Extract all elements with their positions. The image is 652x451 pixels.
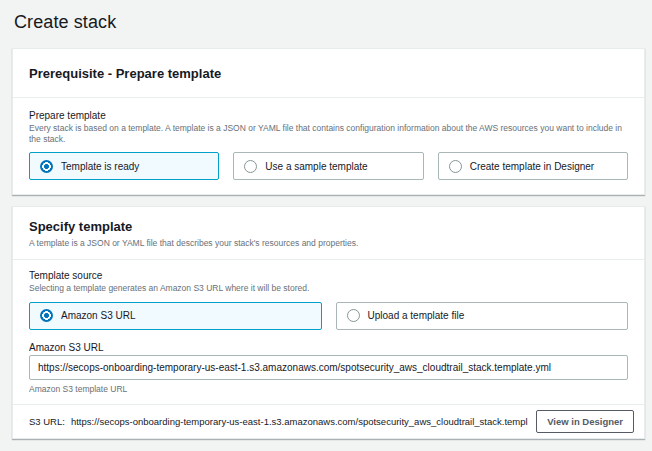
view-in-designer-button[interactable]: View in Designer — [536, 410, 634, 433]
s3-url-input-label: Amazon S3 URL — [29, 342, 628, 353]
radio-selected-icon[interactable] — [40, 160, 53, 173]
prerequisite-card-body: Prepare template Every stack is based on… — [13, 98, 644, 194]
radio-unselected-icon[interactable] — [347, 309, 360, 322]
prerequisite-card-header: Prerequisite - Prepare template — [13, 49, 644, 98]
prepare-template-description: Every stack is based on a template. A te… — [29, 123, 628, 144]
option-amazon-s3-url[interactable]: Amazon S3 URL — [29, 302, 322, 330]
specify-template-body: Template source Selecting a template gen… — [13, 260, 644, 404]
create-stack-page: Create stack Prerequisite - Prepare temp… — [0, 0, 652, 451]
page-title: Create stack — [14, 12, 645, 33]
radio-unselected-icon[interactable] — [449, 160, 462, 173]
option-template-is-ready[interactable]: Template is ready — [29, 152, 219, 180]
prerequisite-card-title: Prerequisite - Prepare template — [29, 66, 628, 81]
option-create-template-in-designer[interactable]: Create template in Designer — [438, 152, 628, 180]
option-label: Amazon S3 URL — [61, 310, 135, 321]
s3-url-field-group: Amazon S3 URL Amazon S3 template URL — [29, 342, 628, 394]
specify-template-subtitle: A template is a JSON or YAML file that d… — [29, 238, 628, 248]
option-label: Create template in Designer — [470, 161, 595, 172]
s3-url-preview-row: S3 URL:https://secops-onboarding-tempora… — [13, 404, 644, 438]
s3-url-helper-text: Amazon S3 template URL — [29, 384, 628, 394]
s3-url-preview: S3 URL:https://secops-onboarding-tempora… — [29, 416, 528, 427]
radio-unselected-icon[interactable] — [244, 160, 257, 173]
prerequisite-card: Prerequisite - Prepare template Prepare … — [12, 48, 645, 195]
template-source-description: Selecting a template generates an Amazon… — [29, 283, 628, 294]
s3-url-preview-label: S3 URL: — [29, 416, 65, 427]
option-upload-template-file[interactable]: Upload a template file — [336, 302, 629, 330]
option-label: Template is ready — [61, 161, 139, 172]
specify-template-header: Specify template A template is a JSON or… — [13, 207, 644, 260]
radio-selected-icon[interactable] — [40, 309, 53, 322]
prepare-template-options: Template is ready Use a sample template … — [29, 152, 628, 180]
specify-template-card: Specify template A template is a JSON or… — [12, 206, 645, 439]
s3-url-input[interactable] — [29, 355, 628, 380]
option-label: Use a sample template — [265, 161, 367, 172]
template-source-options: Amazon S3 URL Upload a template file — [29, 302, 628, 330]
s3-url-preview-value: https://secops-onboarding-temporary-us-e… — [71, 416, 528, 427]
option-label: Upload a template file — [368, 310, 465, 321]
specify-template-title: Specify template — [29, 219, 628, 234]
template-source-label: Template source — [29, 270, 628, 281]
option-use-sample-template[interactable]: Use a sample template — [233, 152, 423, 180]
prepare-template-label: Prepare template — [29, 110, 628, 121]
